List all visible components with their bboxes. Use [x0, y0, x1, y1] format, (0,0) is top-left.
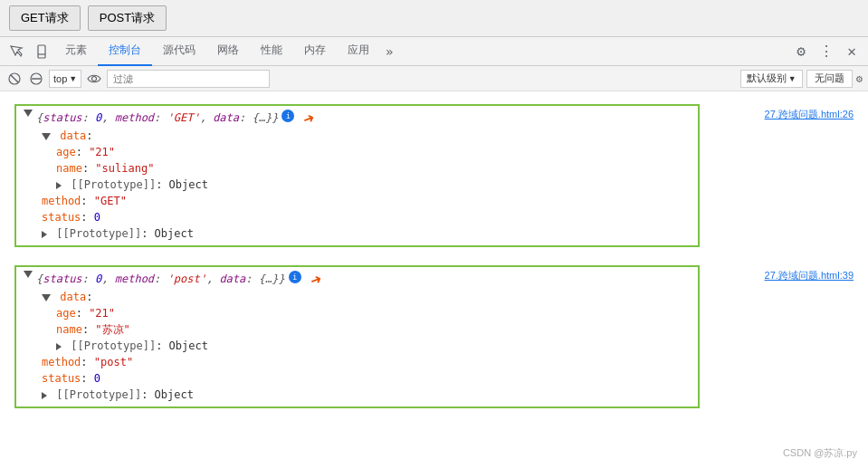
clear-console-icon[interactable]: [5, 70, 24, 88]
tab-application[interactable]: 应用: [337, 37, 380, 66]
post-name-line: name: "苏凉": [24, 321, 691, 338]
get-status-line: status: 0: [24, 209, 691, 225]
get-proto2-expand[interactable]: [42, 231, 47, 238]
post-file-link[interactable]: 27.跨域问题.html:39: [765, 270, 854, 281]
svg-point-6: [92, 76, 97, 81]
get-file-ref-container: 27.跨域问题.html:26: [714, 99, 868, 121]
console-main: {status: 0, method: 'GET', data: {…}} i …: [0, 91, 868, 459]
post-method-line: method: "post": [24, 354, 691, 370]
dropdown-arrow-icon: ▼: [69, 74, 77, 83]
post-age-line: age: "21": [24, 305, 691, 321]
get-info-icon[interactable]: i: [281, 110, 294, 122]
no-issues-button[interactable]: 无问题: [806, 70, 853, 88]
get-prototype2-line: [[Prototype]]: Object: [24, 225, 691, 242]
console-settings-icon[interactable]: ⚙: [856, 72, 863, 85]
post-proto2-expand[interactable]: [42, 392, 47, 399]
post-log-entry: {status: 0, method: 'post', data: {…}} i…: [0, 256, 868, 417]
post-status-line: status: 0: [24, 370, 691, 387]
console-content: {status: 0, method: 'GET', data: {…}} i …: [0, 91, 868, 459]
get-summary-text: {status: 0, method: 'GET', data: {…}}: [36, 110, 278, 126]
no-log-icon[interactable]: [27, 70, 45, 88]
get-data-group: data:: [24, 128, 691, 144]
post-object-box: {status: 0, method: 'post', data: {…}} i…: [14, 265, 700, 408]
get-arrow-annotation: ➜: [300, 109, 317, 129]
watermark: CSDN @苏凉.py: [783, 446, 857, 459]
log-level-dropdown[interactable]: 默认级别 ▼: [740, 70, 803, 88]
devtools-settings-icon[interactable]: ⚙: [788, 39, 814, 64]
get-prototype1-line: [[Prototype]]: Object: [24, 177, 691, 193]
get-name-line: name: "suliang": [24, 160, 691, 177]
devtools-tabs-bar: 元素 控制台 源代码 网络 性能 内存 应用 » ⚙ ⋮ ✕: [0, 37, 868, 66]
post-summary-text: {status: 0, method: 'post', data: {…}}: [36, 271, 285, 287]
svg-line-3: [11, 75, 18, 82]
tab-console[interactable]: 控制台: [98, 37, 152, 66]
tab-performance[interactable]: 性能: [250, 37, 293, 66]
tab-elements[interactable]: 元素: [54, 37, 98, 66]
get-data-expand[interactable]: [42, 133, 51, 140]
more-tabs-button[interactable]: »: [380, 37, 398, 66]
post-data-expand[interactable]: [42, 294, 51, 301]
post-log-entry-inner: {status: 0, method: 'post', data: {…}} i…: [0, 260, 714, 414]
mobile-icon[interactable]: [31, 41, 52, 62]
get-log-entry: {status: 0, method: 'GET', data: {…}} i …: [0, 95, 868, 256]
post-file-ref-container: 27.跨域问题.html:39: [714, 260, 868, 282]
console-toolbar: top ▼ 默认级别 ▼ 无问题 ⚙: [0, 66, 868, 91]
tab-network[interactable]: 网络: [206, 37, 250, 66]
post-summary-line[interactable]: {status: 0, method: 'post', data: {…}} i…: [24, 271, 691, 289]
get-method-line: method: "GET": [24, 193, 691, 209]
inspect-icon[interactable]: [5, 41, 27, 62]
get-age-line: age: "21": [24, 144, 691, 160]
post-prototype2-line: [[Prototype]]: Object: [24, 387, 691, 403]
post-expand-arrow[interactable]: [24, 271, 33, 278]
filter-input[interactable]: [107, 70, 270, 88]
devtools-more-icon[interactable]: ⋮: [814, 39, 839, 64]
post-arrow-annotation: ➜: [308, 270, 324, 291]
get-summary-line[interactable]: {status: 0, method: 'GET', data: {…}} i …: [24, 110, 691, 128]
level-dropdown-arrow-icon: ▼: [788, 74, 796, 83]
tab-sources[interactable]: 源代码: [152, 37, 206, 66]
post-info-icon[interactable]: i: [289, 271, 301, 283]
post-proto1-expand[interactable]: [56, 343, 62, 350]
post-prototype1-line: [[Prototype]]: Object: [24, 338, 691, 354]
eye-icon[interactable]: [85, 70, 103, 88]
get-request-button[interactable]: GET请求: [9, 5, 81, 31]
post-request-button[interactable]: POST请求: [88, 5, 167, 31]
get-log-entry-inner: {status: 0, method: 'GET', data: {…}} i …: [0, 99, 714, 253]
top-context-dropdown[interactable]: top ▼: [49, 70, 81, 88]
post-data-group: data:: [24, 289, 691, 305]
get-proto1-expand[interactable]: [56, 182, 62, 189]
devtools-close-icon[interactable]: ✕: [839, 39, 864, 64]
tab-memory[interactable]: 内存: [293, 37, 337, 66]
get-file-link[interactable]: 27.跨域问题.html:26: [765, 109, 854, 120]
top-buttons-bar: GET请求 POST请求: [0, 0, 868, 37]
get-object-box: {status: 0, method: 'GET', data: {…}} i …: [14, 104, 700, 247]
svg-rect-0: [38, 45, 45, 58]
get-expand-arrow[interactable]: [24, 110, 33, 117]
